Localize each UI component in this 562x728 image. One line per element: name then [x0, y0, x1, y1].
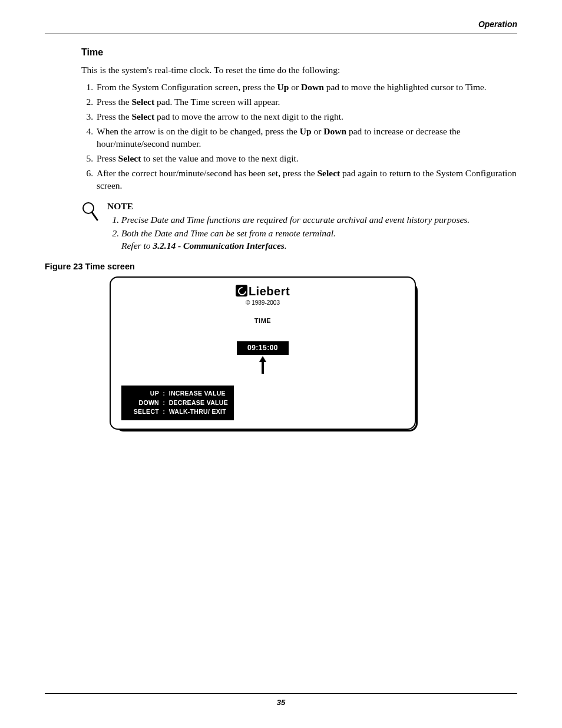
key-legend: UP : INCREASE VALUE DOWN : DECREASE VALU…: [121, 386, 234, 420]
body-content: Time This is the system's real-time cloc…: [81, 46, 517, 253]
note-block: NOTE Precise Date and Time functions are…: [81, 200, 517, 253]
step-text: to set the value and move to the next di…: [141, 153, 298, 163]
legend-value: WALK-THRU/ EXIT: [169, 408, 226, 415]
section-heading-time: Time: [81, 46, 517, 59]
legend-key: SELECT: [127, 407, 159, 417]
brand-text: Liebert: [249, 285, 290, 298]
brand-logo: Liebert: [111, 284, 415, 299]
step-text: Press the: [97, 111, 131, 121]
note-list: Precise Date and Time functions are requ…: [107, 214, 517, 252]
key-select: Select: [131, 111, 154, 121]
step-3: Press the Select pad to move the arrow t…: [95, 111, 517, 123]
cross-reference: 3.2.14 - Communication Interfaces: [153, 241, 284, 251]
step-text: Press: [97, 153, 118, 163]
copyright-text: © 1989-2003: [111, 299, 415, 307]
note-heading: NOTE: [107, 200, 517, 213]
step-6: After the correct hour/minute/second has…: [95, 167, 517, 192]
key-down: Down: [301, 82, 324, 92]
key-select: Select: [131, 97, 154, 107]
step-text: From the System Configuration screen, pr…: [97, 82, 277, 92]
svg-marker-2: [259, 356, 266, 374]
key-up: Up: [300, 126, 312, 136]
time-screen: Liebert © 1989-2003 TIME 09:15:00 UP : I…: [110, 276, 416, 430]
step-text: When the arrow is on the digit to be cha…: [97, 126, 300, 136]
time-value: 09:15:00: [237, 341, 289, 354]
step-5: Press Select to set the value and move t…: [95, 153, 517, 165]
intro-paragraph: This is the system's real-time clock. To…: [81, 64, 517, 77]
page-number: 35: [45, 693, 517, 708]
legend-row-down: DOWN : DECREASE VALUE: [127, 398, 228, 408]
note-text: .: [285, 241, 287, 251]
step-text: After the correct hour/minute/second has…: [97, 168, 317, 178]
magnifier-icon: [81, 200, 107, 225]
key-down: Down: [323, 126, 346, 136]
step-text: pad to move the arrow to the next digit …: [154, 111, 343, 121]
legend-value: INCREASE VALUE: [169, 390, 226, 397]
step-text: or: [289, 82, 301, 92]
legend-key: UP: [127, 389, 159, 398]
key-up: Up: [277, 82, 289, 92]
note-item-1: Precise Date and Time functions are requ…: [121, 214, 517, 226]
legend-row-select: SELECT : WALK-THRU/ EXIT: [127, 407, 228, 417]
running-header: Operation: [45, 19, 517, 34]
note-text: Both the Date and Time can be set from a…: [121, 228, 336, 238]
screen-title: TIME: [111, 317, 415, 325]
key-select: Select: [118, 153, 141, 163]
step-text: pad. The Time screen will appear.: [154, 97, 280, 107]
step-text: Press the: [97, 97, 131, 107]
up-arrow-icon: [111, 356, 415, 374]
legend-row-up: UP : INCREASE VALUE: [127, 389, 228, 398]
step-4: When the arrow is on the digit to be cha…: [95, 126, 517, 150]
svg-line-1: [92, 212, 97, 220]
note-item-2: Both the Date and Time can be set from a…: [121, 228, 517, 252]
steps-list: From the System Configuration screen, pr…: [81, 81, 517, 192]
note-text: Refer to: [121, 241, 153, 251]
step-text: pad to move the highlighted cursor to Ti…: [324, 82, 487, 92]
figure-caption: Figure 23 Time screen: [45, 261, 517, 273]
step-1: From the System Configuration screen, pr…: [95, 81, 517, 94]
legend-key: DOWN: [127, 398, 159, 408]
key-select: Select: [317, 168, 340, 178]
step-text: or: [312, 126, 324, 136]
legend-value: DECREASE VALUE: [169, 399, 228, 406]
liebert-logo-icon: [236, 285, 247, 297]
step-2: Press the Select pad. The Time screen wi…: [95, 96, 517, 108]
